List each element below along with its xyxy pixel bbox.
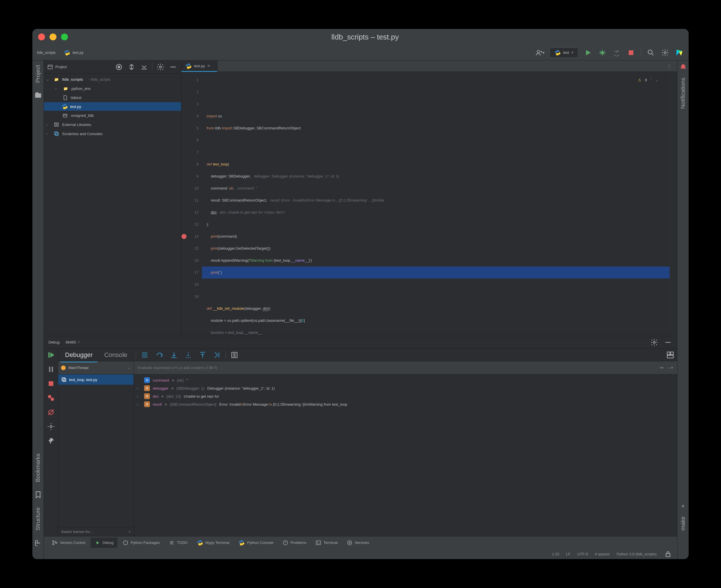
- editor-body[interactable]: 12345678910111213141516171819 ⚠ 8 ˆ⌄ imp…: [181, 72, 677, 336]
- debug-tool-window: Debug: 66485 ×: [44, 336, 677, 536]
- add-user-icon[interactable]: ▾: [535, 48, 544, 57]
- breadcrumb-file[interactable]: test.py: [73, 50, 83, 55]
- encoding[interactable]: UTF-8: [577, 552, 588, 556]
- editor-error-stripe[interactable]: [670, 72, 677, 336]
- run-button[interactable]: [583, 48, 593, 57]
- breadcrumb[interactable]: lldb_scripts 〉 test.py: [37, 49, 83, 56]
- watch-menu-icon[interactable]: —▾: [667, 365, 673, 370]
- variable-row[interactable]: ›≡debugger = {SBDebugger: 1} Debugger (i…: [134, 384, 677, 392]
- indent-settings[interactable]: 4 spaces: [595, 552, 610, 556]
- python-interpreter[interactable]: Python 3.9 (lldb_scripts): [617, 552, 657, 556]
- step-into-my-code-icon[interactable]: [184, 351, 193, 360]
- structure-tool-tab[interactable]: Structure: [35, 505, 41, 533]
- notifications-alert-icon[interactable]: [679, 63, 688, 72]
- step-out-icon[interactable]: [198, 351, 207, 360]
- variable-row[interactable]: ›≡dict = {dict: 13} Unable to get repr f…: [134, 392, 677, 400]
- breadcrumb-project[interactable]: lldb_scripts: [37, 50, 56, 55]
- variable-list[interactable]: ≡command = {str} ''›≡debugger = {SBDebug…: [134, 374, 677, 536]
- watch-input[interactable]: Evaluate expression (⏎) or add a watch (…: [134, 361, 677, 374]
- tool-tab-terminal[interactable]: Terminal: [312, 538, 342, 548]
- step-over-icon[interactable]: [155, 351, 164, 360]
- readonly-lock-icon[interactable]: [663, 549, 673, 559]
- tree-item-external-libs[interactable]: › External Libraries: [44, 120, 181, 129]
- close-session-icon[interactable]: ×: [78, 340, 80, 344]
- search-icon[interactable]: [646, 48, 655, 57]
- hide-debug-icon[interactable]: [663, 338, 673, 347]
- collapse-all-icon[interactable]: [140, 62, 149, 71]
- tool-tab-services[interactable]: Services: [343, 538, 373, 548]
- bookmark-rail-icon[interactable]: [34, 490, 43, 499]
- notifications-tool-tab[interactable]: Notifications: [680, 75, 686, 111]
- add-watch-icon[interactable]: +▾: [659, 365, 663, 370]
- tool-tab-python-packages[interactable]: Python Packages: [119, 538, 164, 548]
- debug-button[interactable]: [598, 48, 607, 57]
- svg-rect-36: [666, 554, 670, 557]
- stop-button[interactable]: [626, 48, 636, 57]
- editor-tab-bar: test.py × ⋮: [181, 60, 677, 72]
- editor-tab-test-py[interactable]: test.py ×: [181, 60, 218, 71]
- line-ending[interactable]: LF: [566, 552, 570, 556]
- evaluate-expression-icon[interactable]: [230, 351, 239, 360]
- tree-item-unsigned-lldb[interactable]: unsigned_lldb: [44, 111, 181, 120]
- maximize-window-button[interactable]: [61, 34, 68, 40]
- project-tool-tab[interactable]: Project: [35, 63, 41, 85]
- run-with-coverage-icon[interactable]: [612, 48, 621, 57]
- layout-settings-icon[interactable]: [666, 351, 675, 360]
- tree-root[interactable]: ⌄ 📁 lldb_scripts ~/lldb_scripts: [44, 75, 181, 84]
- settings-gear-icon[interactable]: [661, 48, 670, 57]
- caret-position[interactable]: 1:10: [552, 552, 559, 556]
- editor-gutter[interactable]: 12345678910111213141516171819: [181, 72, 202, 336]
- structure-rail-icon[interactable]: [34, 539, 43, 548]
- run-config-selector[interactable]: test ▾: [549, 47, 578, 58]
- tree-item-lldbinit[interactable]: lldbinit: [44, 93, 181, 102]
- make-tool-tab[interactable]: make: [680, 514, 686, 533]
- close-window-button[interactable]: [38, 34, 45, 40]
- tool-tab-todo[interactable]: TODO: [165, 538, 192, 548]
- debug-session-tab[interactable]: 66485: [66, 340, 76, 344]
- expand-all-icon[interactable]: [127, 62, 136, 71]
- resume-program-button[interactable]: [46, 351, 56, 360]
- make-rail-icon[interactable]: M: [679, 502, 688, 511]
- project-rail-icon[interactable]: [34, 91, 43, 100]
- view-breakpoints-icon[interactable]: [46, 393, 56, 402]
- tree-item-scratches[interactable]: › Scratches and Consoles: [44, 129, 181, 138]
- project-tree[interactable]: ⌄ 📁 lldb_scripts ~/lldb_scripts › 📁 pyth…: [44, 74, 181, 140]
- svg-rect-5: [35, 93, 41, 98]
- close-frames-footer-icon[interactable]: ×: [128, 530, 131, 534]
- panel-settings-icon[interactable]: [156, 62, 165, 71]
- tool-tab-mypy[interactable]: Mypy Terminal: [193, 537, 234, 548]
- stack-frame[interactable]: test_loop, test.py: [58, 374, 134, 385]
- tool-tab-version-control[interactable]: Version Control: [48, 538, 89, 548]
- pin-tab-icon[interactable]: [46, 436, 56, 445]
- debugger-tab[interactable]: Debugger: [60, 349, 97, 361]
- step-into-icon[interactable]: [169, 351, 179, 360]
- variable-row[interactable]: ›≡result = {SBCommandReturnObject} Error…: [134, 400, 677, 408]
- variable-row[interactable]: ≡command = {str} '': [134, 376, 677, 384]
- frames-footer-text[interactable]: Switch frames fro…: [61, 530, 94, 534]
- show-execution-point-icon[interactable]: [140, 351, 149, 360]
- tool-tab-python-console[interactable]: Python Console: [235, 537, 277, 548]
- pause-program-button[interactable]: [46, 365, 56, 374]
- select-opened-file-icon[interactable]: [114, 62, 123, 71]
- editor-code[interactable]: ⚠ 8 ˆ⌄ import osfrom lldb import SBDebug…: [202, 72, 670, 336]
- console-tab[interactable]: Console: [100, 349, 132, 361]
- inspection-widget[interactable]: ⚠ 8 ˆ⌄: [638, 74, 658, 86]
- debug-gear-icon[interactable]: [46, 422, 56, 431]
- thread-selector[interactable]: MainThread ⌄: [58, 361, 134, 374]
- brand-logo-icon[interactable]: [675, 48, 684, 57]
- tree-item-python-env[interactable]: › 📁 python_env: [44, 84, 181, 93]
- minimize-window-button[interactable]: [49, 34, 57, 40]
- run-to-cursor-icon[interactable]: [212, 351, 221, 360]
- tool-tab-debug[interactable]: Debug: [91, 538, 118, 548]
- hide-panel-icon[interactable]: [168, 62, 178, 71]
- stop-debug-button[interactable]: [46, 379, 56, 388]
- debug-settings-icon[interactable]: [649, 338, 659, 347]
- tree-item-test-py[interactable]: test.py: [44, 102, 181, 111]
- python-file-icon: [185, 63, 192, 69]
- bookmarks-tool-tab[interactable]: Bookmarks: [35, 451, 41, 484]
- tab-bar-menu-icon[interactable]: ⋮: [664, 62, 674, 71]
- right-tool-rail: Notifications M make: [677, 60, 688, 559]
- tool-tab-problems[interactable]: Problems: [279, 538, 311, 548]
- close-tab-icon[interactable]: ×: [207, 63, 211, 69]
- mute-breakpoints-icon[interactable]: [46, 408, 56, 417]
